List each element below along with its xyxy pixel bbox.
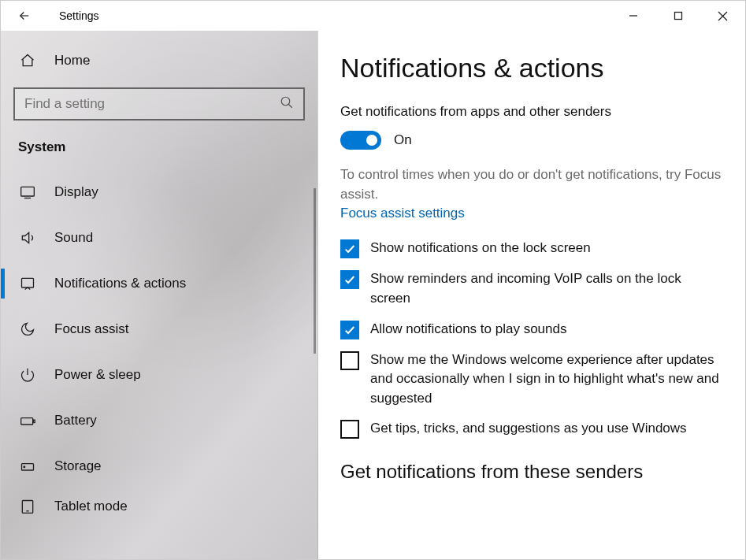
toggle-state-label: On <box>394 132 412 148</box>
notifications-toggle[interactable] <box>340 131 381 150</box>
sidebar-item-tablet[interactable]: Tablet mode <box>1 489 317 524</box>
checkbox-label: Allow notifications to play sounds <box>370 320 566 339</box>
checkbox-2[interactable] <box>340 321 359 339</box>
checkbox-3[interactable] <box>340 351 359 370</box>
checkbox-row: Allow notifications to play sounds <box>340 320 723 339</box>
checkbox-row: Get tips, tricks, and suggestions as you… <box>340 419 723 439</box>
toggle-heading: Get notifications from apps and other se… <box>340 104 723 120</box>
main-content: Notifications & actions Get notification… <box>318 31 745 559</box>
window-title: Settings <box>59 9 99 22</box>
moon-icon <box>18 321 37 337</box>
sidebar: Home System DisplaySoundNotifications & … <box>1 31 318 559</box>
close-button[interactable] <box>700 1 745 31</box>
svg-rect-10 <box>34 420 35 422</box>
battery-icon <box>18 413 37 428</box>
sidebar-item-sound[interactable]: Sound <box>1 215 317 261</box>
power-icon <box>18 367 37 383</box>
search-input[interactable] <box>24 96 280 112</box>
minimize-button[interactable] <box>611 1 655 31</box>
sidebar-item-label: Sound <box>54 230 93 246</box>
sidebar-scrollbar[interactable] <box>314 188 316 354</box>
sidebar-item-display[interactable]: Display <box>1 169 317 215</box>
back-button[interactable] <box>10 2 39 30</box>
sidebar-item-label: Focus assist <box>54 321 128 337</box>
checkbox-0[interactable] <box>340 239 359 258</box>
sidebar-item-storage[interactable]: Storage <box>1 443 317 489</box>
sidebar-section-system: System <box>1 132 317 169</box>
sidebar-item-label: Notifications & actions <box>54 276 186 291</box>
home-nav[interactable]: Home <box>1 40 317 81</box>
page-title: Notifications & actions <box>340 53 723 83</box>
sidebar-item-label: Power & sleep <box>54 367 141 383</box>
sidebar-item-moon[interactable]: Focus assist <box>1 306 317 352</box>
checkbox-label: Show me the Windows welcome experience a… <box>370 350 723 409</box>
search-input-wrap[interactable] <box>13 87 305 121</box>
checkbox-row: Show me the Windows welcome experience a… <box>340 350 723 409</box>
focus-assist-link[interactable]: Focus assist settings <box>340 206 465 221</box>
checkbox-row: Show reminders and incoming VoIP calls o… <box>340 269 723 308</box>
svg-point-4 <box>281 97 290 106</box>
maximize-button[interactable] <box>655 1 700 31</box>
sidebar-item-label: Battery <box>54 413 97 428</box>
checkbox-label: Show reminders and incoming VoIP calls o… <box>370 269 723 308</box>
titlebar: Settings <box>1 1 745 31</box>
checkbox-1[interactable] <box>340 270 359 289</box>
senders-section-title: Get notifications from these senders <box>340 461 723 483</box>
svg-line-5 <box>288 104 292 108</box>
checkbox-label: Show notifications on the lock screen <box>370 239 591 258</box>
sound-icon <box>18 230 37 246</box>
sidebar-item-label: Tablet mode <box>54 499 128 514</box>
checkbox-4[interactable] <box>340 420 359 439</box>
sidebar-item-battery[interactable]: Battery <box>1 398 317 443</box>
svg-rect-1 <box>674 13 681 20</box>
search-icon <box>280 95 294 113</box>
svg-rect-6 <box>21 187 35 196</box>
sidebar-item-label: Storage <box>54 458 102 474</box>
svg-rect-8 <box>22 278 34 287</box>
sidebar-item-label: Display <box>54 184 98 200</box>
svg-rect-9 <box>21 418 33 425</box>
home-label: Home <box>54 53 90 69</box>
notifications-icon <box>18 276 37 291</box>
checkbox-label: Get tips, tricks, and suggestions as you… <box>370 419 687 439</box>
display-icon <box>18 184 37 200</box>
tablet-icon <box>18 499 37 514</box>
sidebar-item-power[interactable]: Power & sleep <box>1 352 317 398</box>
checkbox-row: Show notifications on the lock screen <box>340 239 723 258</box>
home-icon <box>18 53 37 69</box>
svg-point-12 <box>24 466 25 468</box>
help-text: To control times when you do or don't ge… <box>340 165 723 204</box>
storage-icon <box>18 458 37 474</box>
sidebar-item-notifications[interactable]: Notifications & actions <box>1 261 317 306</box>
